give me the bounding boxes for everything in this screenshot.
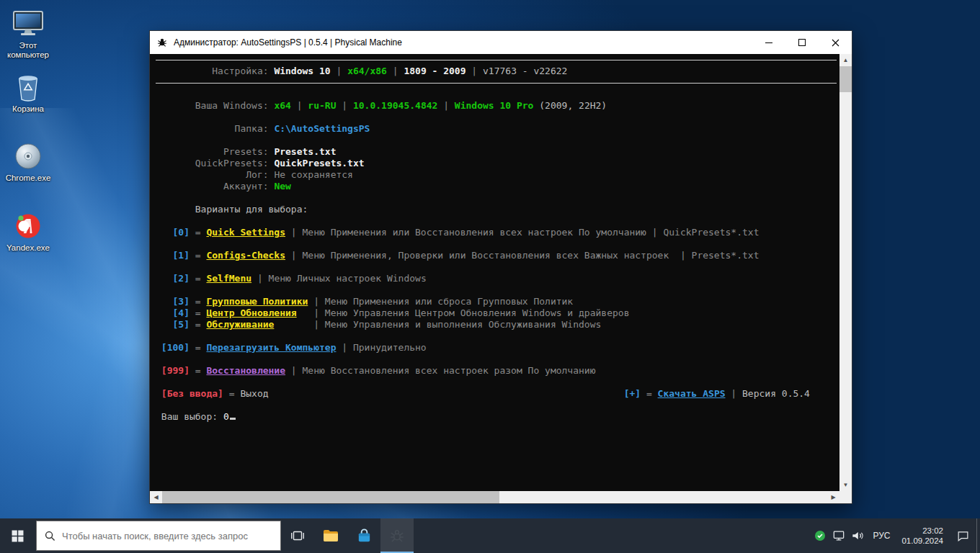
console-text-segment: [156, 296, 172, 307]
system-tray: РУС 23:02 01.09.2024: [811, 518, 980, 553]
console-line: Ваш выбор: 0: [156, 411, 839, 423]
console-text-segment: [156, 227, 172, 238]
show-desktop-button[interactable]: [976, 518, 980, 553]
console-line: [0] = Quick Settings | Меню Применения и…: [156, 227, 839, 238]
console-horizontal-rule: [156, 83, 837, 84]
console-text-segment: ru-RU: [308, 100, 336, 111]
console-cursor: [230, 418, 236, 420]
window-titlebar[interactable]: Администратор: AutoSettingsPS | 0.5.4 | …: [150, 31, 852, 54]
desktop-icon-this-pc[interactable]: Этот компьютер: [1, 9, 55, 60]
pinned-app-button[interactable]: [347, 518, 380, 553]
console-text-segment: Presets:: [156, 146, 274, 157]
console-text-segment: Ваш выбор:: [161, 411, 223, 422]
console-text-segment: | Меню Управления Центром Обновления Win…: [297, 307, 630, 318]
console-text-segment: Настройка:: [156, 66, 274, 76]
console-text-segment: [3]: [172, 296, 189, 307]
screen: Этот компьютер Корзина Chrome.exe: [0, 0, 980, 553]
console-text-segment: [156, 388, 161, 399]
console-text-segment: |: [437, 100, 454, 111]
console-text-segment: SelfMenu: [206, 273, 251, 284]
console-window: Администратор: AutoSettingsPS | 0.5.4 | …: [149, 30, 852, 504]
console-line: [100] = Перезагрузить Компьютер | Принуд…: [156, 342, 839, 354]
taskbar: РУС 23:02 01.09.2024: [0, 518, 980, 553]
action-center-button[interactable]: [949, 518, 976, 553]
start-button[interactable]: [0, 518, 35, 553]
asps-taskbar-button[interactable]: [380, 518, 414, 553]
console-text-segment: =: [641, 388, 657, 399]
horizontal-scroll-thumb[interactable]: [162, 491, 499, 503]
taskbar-search[interactable]: [36, 521, 281, 551]
recycle-bin-icon: [1, 72, 55, 102]
scroll-down-button[interactable]: ▼: [839, 479, 852, 491]
scroll-up-button[interactable]: ▲: [839, 54, 852, 66]
asps-app-icon: [156, 37, 168, 48]
console-text-segment: Центр Обновления: [206, 307, 296, 318]
bag-icon: [356, 528, 373, 544]
console-text-segment: =: [190, 319, 206, 330]
console-line: [156, 238, 839, 250]
desktop-icon-label: Этот компьютер: [1, 41, 55, 60]
console-line: QuickPresets: QuickPresets.txt: [156, 158, 839, 169]
scrollbar-corner: [839, 491, 852, 503]
task-view-icon: [290, 528, 306, 544]
scroll-left-button[interactable]: ◀: [150, 491, 162, 503]
window-title: Администратор: AutoSettingsPS | 0.5.4 | …: [174, 37, 752, 48]
console-text-segment: Папка:: [156, 123, 274, 134]
console-text-segment: |: [387, 66, 404, 76]
volume-button[interactable]: [848, 518, 867, 553]
search-input[interactable]: [62, 531, 271, 541]
desktop-icon-recycle-bin[interactable]: Корзина: [1, 72, 55, 114]
search-icon: [45, 531, 55, 541]
minimize-button[interactable]: [752, 31, 785, 54]
console-text-segment: [2]: [172, 273, 189, 284]
console-text-segment: (2009, 22H2): [539, 100, 607, 111]
console-line: [156, 215, 839, 227]
console-line: Настройка: Windows 10 | x64/x86 | 1809 -…: [156, 66, 839, 77]
console-text-segment: [0]: [172, 227, 189, 238]
vertical-scroll-thumb[interactable]: [839, 66, 852, 92]
language-indicator[interactable]: РУС: [867, 518, 896, 553]
taskbar-clock[interactable]: 23:02 01.09.2024: [896, 526, 949, 546]
console-line: [156, 261, 839, 273]
desktop-icon-label: Chrome.exe: [1, 174, 55, 183]
console-text-segment: QuickPresets:: [156, 158, 274, 168]
disc-icon: [1, 141, 55, 171]
close-icon: [832, 39, 839, 47]
horizontal-scrollbar[interactable]: ◀ ▶: [150, 491, 839, 503]
console-line: Лог: Не сохраняется: [156, 169, 839, 181]
network-button[interactable]: [829, 518, 848, 553]
desktop-icon-chrome-exe[interactable]: Chrome.exe: [1, 141, 55, 183]
console-text-segment: [1]: [172, 250, 189, 261]
console-line: [156, 400, 839, 411]
speaker-icon: [850, 529, 865, 543]
console-text-segment: Аккаунт:: [156, 181, 274, 192]
maximize-button[interactable]: [785, 31, 819, 54]
vertical-scrollbar[interactable]: ▲ ▼: [839, 54, 852, 491]
console-line: [156, 192, 839, 204]
scroll-right-button[interactable]: ▶: [827, 491, 839, 503]
desktop-icon-yandex-exe[interactable]: Yandex.exe: [1, 211, 55, 253]
console-text-segment: 1809 - 2009: [404, 66, 466, 76]
console-text-segment: =: [190, 342, 206, 353]
console-text-segment: Перезагрузить Компьютер: [206, 342, 336, 353]
console-text-segment: Восстановление: [206, 365, 285, 376]
desktop-icon-label: Корзина: [1, 104, 55, 114]
console-text-segment: |: [291, 100, 308, 111]
console-line: [999] = Восстановление | Меню Восстановл…: [156, 365, 839, 377]
console-text-segment: =: [190, 273, 206, 284]
console-line: Варианты для выбора:: [156, 204, 839, 215]
console-line: [156, 354, 839, 365]
console-text-segment: Windows 10 Pro: [455, 100, 534, 111]
console-text-segment: | Меню Восстановления всех настроек разо…: [285, 365, 595, 376]
console-line: Presets: Presets.txt: [156, 146, 839, 158]
tray-app-button[interactable]: [811, 518, 829, 553]
console-text-segment: 0: [223, 411, 229, 422]
close-button[interactable]: [819, 31, 852, 54]
console-text-segment: Лог:: [156, 169, 274, 180]
task-view-button[interactable]: [281, 518, 314, 553]
file-explorer-button[interactable]: [314, 518, 347, 553]
console-output[interactable]: Настройка: Windows 10 | x64/x86 | 1809 -…: [150, 54, 839, 491]
console-text-segment: 10.0.19045.4842: [353, 100, 437, 111]
console-text-segment: Скачать ASPS: [658, 388, 726, 399]
console-text-segment: Ваша Windows:: [156, 100, 274, 111]
